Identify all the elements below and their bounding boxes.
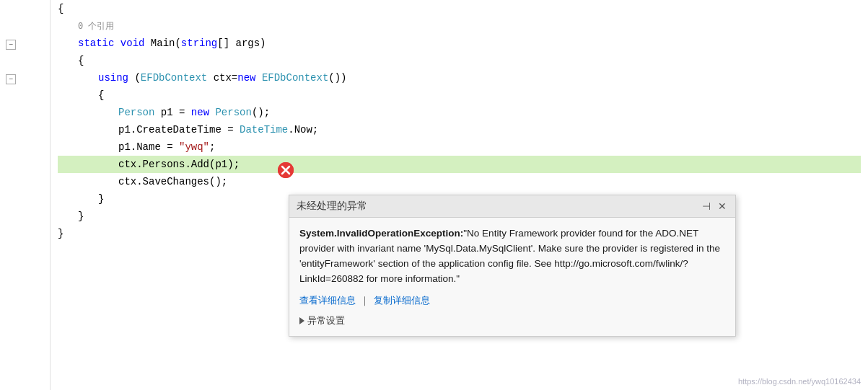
popup-pin-button[interactable]: ⊣ [701, 200, 712, 212]
code-line-2: 0 个引用 [58, 17, 861, 35]
popup-links: 查看详细信息 ｜ 复制详细信息 [299, 294, 725, 307]
popup-expand-label: 异常设置 [307, 314, 345, 327]
code-line-6: { [58, 87, 861, 104]
watermark: https://blog.csdn.net/ywq10162434 [738, 377, 861, 386]
code-line-4: { [58, 52, 861, 69]
code-line-1: { [58, 0, 861, 17]
popup-expand-triangle-icon [299, 317, 304, 324]
popup-title: 未经处理的异常 [297, 200, 367, 213]
collapse-icon-using[interactable]: − [6, 74, 16, 84]
popup-controls: ⊣ ✕ [701, 200, 728, 212]
code-line-3: static void Main( string [] args) [58, 35, 861, 52]
code-line-5: using ( EFDbContext ctx= new EFDbContext… [58, 69, 861, 87]
popup-link-divider: ｜ [360, 294, 369, 307]
code-gutter: − − [0, 0, 51, 390]
ref-count: 0 个引用 [78, 17, 114, 35]
code-line-7: Person p1 = new Person (); [58, 104, 861, 121]
code-line-10: ctx.Persons.Add(p1); [58, 156, 861, 173]
popup-expand-row[interactable]: 异常设置 [299, 314, 725, 327]
popup-body: System.InvalidOperationException:"No Ent… [289, 218, 735, 336]
error-icon[interactable] [278, 162, 294, 178]
code-line-11: ctx.SaveChanges(); [58, 173, 861, 190]
collapse-icon-main[interactable]: − [6, 40, 16, 50]
popup-copy-detail-link[interactable]: 复制详细信息 [374, 294, 430, 307]
popup-titlebar: 未经处理的异常 ⊣ ✕ [289, 195, 735, 218]
popup-close-button[interactable]: ✕ [716, 200, 728, 212]
code-line-8: p1.CreateDateTime = DateTime .Now; [58, 121, 861, 138]
popup-exception-label: System.InvalidOperationException: [299, 228, 463, 239]
popup-exception-text: System.InvalidOperationException:"No Ent… [299, 226, 725, 287]
exception-popup: 未经处理的异常 ⊣ ✕ System.InvalidOperationExcep… [289, 195, 736, 337]
popup-view-detail-link[interactable]: 查看详细信息 [299, 294, 356, 307]
code-line-9: p1.Name = "ywq" ; [58, 138, 861, 156]
editor-container: − − { 0 个引用 static void Main( strin [0, 0, 868, 390]
